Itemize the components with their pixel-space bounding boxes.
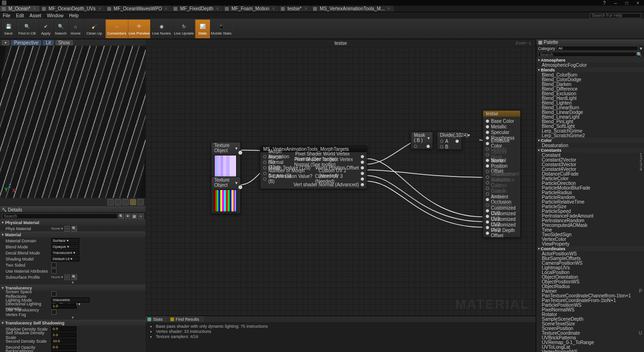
close-icon[interactable]: ×: [634, 0, 642, 5]
property-value[interactable]: None ▾: [51, 226, 63, 231]
tab-stats[interactable]: Stats: [146, 316, 168, 322]
palette-item[interactable]: UVToLongLat: [536, 345, 644, 349]
palette-item[interactable]: Constant4Vector4: [536, 167, 644, 171]
palette-item[interactable]: ObjectOrientation: [536, 275, 644, 279]
details-panel-header[interactable]: 🔧Details: [0, 206, 146, 213]
category-dropdown[interactable]: All: [557, 46, 638, 51]
extra-icon[interactable]: ←: [64, 275, 70, 280]
palette-item[interactable]: Blend_Darken: [536, 82, 644, 86]
palette-item[interactable]: VertexColor: [536, 237, 644, 241]
palette-item[interactable]: ParticleRelativeTime: [536, 199, 644, 204]
palette-item[interactable]: UVRemap_0-1_ToRange: [536, 340, 644, 345]
palette-item[interactable]: Blend_Exclusion: [536, 91, 644, 96]
menu-asset[interactable]: Asset: [29, 13, 41, 18]
palette-item[interactable]: Blend_Lighten: [536, 100, 644, 105]
palette-item[interactable]: Blend_Difference: [536, 86, 644, 91]
palette-item[interactable]: AtmosphericFogColor: [536, 63, 644, 67]
palette-item[interactable]: LightmapUVs: [536, 265, 644, 270]
maximize-icon[interactable]: □: [623, 0, 631, 5]
palette-category[interactable]: ▾Color: [536, 138, 644, 143]
save-button[interactable]: 💾Save: [1, 20, 16, 38]
document-tab[interactable]: testse*×: [279, 6, 311, 12]
palette-item[interactable]: Desaturation: [536, 143, 644, 148]
palette-item[interactable]: Blend_SoftLight: [536, 124, 644, 128]
palette-item[interactable]: ParticleSize: [536, 204, 644, 209]
palette-item[interactable]: Constant3Vector3: [536, 162, 644, 167]
extra-icon[interactable]: 🔍: [71, 226, 77, 232]
palette-item[interactable]: ViewProperty: [536, 241, 644, 246]
property-spinner[interactable]: 0.0: [51, 345, 77, 350]
close-icon[interactable]: ×: [33, 6, 36, 11]
lit-button[interactable]: Lit: [43, 40, 54, 45]
preview-mesh-button[interactable]: [137, 199, 144, 205]
palette-item[interactable]: PrecomputedAOMask: [536, 223, 644, 227]
property-checkbox[interactable]: [51, 262, 56, 268]
preview-cube-button[interactable]: [130, 199, 136, 205]
palette-item[interactable]: Blend_HardLight: [536, 96, 644, 100]
property-spinner[interactable]: 1.0: [51, 303, 77, 309]
close-icon[interactable]: ×: [216, 6, 219, 11]
help-search-input[interactable]: [590, 13, 641, 18]
menu-help[interactable]: Help: [69, 13, 79, 18]
palette-item[interactable]: PannerP: [536, 289, 644, 293]
preview-plane-button[interactable]: [122, 199, 129, 205]
connectors-button[interactable]: ↔Connectors: [105, 20, 128, 38]
stats-button[interactable]: 📊Stats: [195, 20, 210, 38]
property-checkbox[interactable]: [51, 268, 56, 274]
palette-item[interactable]: ObjectRadius: [536, 284, 644, 289]
palette-search-input[interactable]: [538, 52, 637, 57]
palette-item[interactable]: SampleSceneDepth: [536, 317, 644, 321]
palette-item[interactable]: BlurSampleOffsets: [536, 256, 644, 260]
material-preview-viewport[interactable]: Z X Y: [0, 46, 146, 198]
chevron-down-icon[interactable]: ▾: [640, 46, 642, 51]
palette-item[interactable]: Blend_LinearLight: [536, 114, 644, 119]
palette-item[interactable]: Blend_LinearBurn: [536, 105, 644, 110]
node-morphtargets-function[interactable]: MS_VertexAnimationTools_MorphTargets Mor…: [260, 146, 367, 189]
menu-window[interactable]: Window: [47, 13, 63, 18]
live-nodes-button[interactable]: ◉Live Nodes: [150, 20, 173, 38]
category-physical-material[interactable]: ▾Physical Material: [0, 219, 146, 225]
palette-item[interactable]: TwoSidedSign: [536, 232, 644, 237]
palette-item[interactable]: VertexNormalWS: [536, 349, 644, 352]
matrix-icon[interactable]: ▦: [132, 213, 137, 219]
palette-item[interactable]: UVBrickPatterns: [536, 335, 644, 340]
palette-item[interactable]: Blend_PinLight: [536, 119, 644, 124]
palette-item[interactable]: Lerp_ScratchGrime: [536, 128, 644, 133]
palette-item[interactable]: PixelNormalWS: [536, 307, 644, 312]
palette-item[interactable]: Rotator: [536, 312, 644, 317]
home-button[interactable]: ⌂Home: [68, 20, 83, 38]
palette-item[interactable]: SceneTexelSize: [536, 321, 644, 326]
palette-item[interactable]: Blend_LinearDodge: [536, 110, 644, 114]
palette-item[interactable]: PerInstanceFadeAmount: [536, 213, 644, 218]
property-spinner[interactable]: 2.0: [51, 332, 77, 338]
minimize-icon[interactable]: –: [611, 0, 620, 5]
clean-up-button[interactable]: 🧹Clean Up: [83, 20, 105, 38]
property-spinner[interactable]: 10.0: [51, 338, 77, 344]
property-dropdown[interactable]: Opaque ▾: [51, 244, 79, 249]
property-checkbox[interactable]: [51, 310, 56, 315]
search-icon[interactable]: 🔍: [119, 213, 124, 219]
palette-item[interactable]: CameraPositionWS: [536, 260, 644, 265]
palette-item[interactable]: ScreenPosition: [536, 326, 644, 331]
palette-item[interactable]: ParticleMotionBlurFade: [536, 185, 644, 190]
node-mask[interactable]: Mask ( B )▾: [411, 132, 433, 149]
extra-icon[interactable]: 🔍: [71, 275, 77, 280]
palette-category[interactable]: ▾Coordinates: [536, 246, 644, 251]
palette-item[interactable]: Constant1: [536, 153, 644, 157]
palette-item[interactable]: ParticleRadius: [536, 190, 644, 195]
property-dropdown[interactable]: Translucent ▾: [51, 250, 79, 255]
close-icon[interactable]: ×: [165, 6, 168, 11]
category-material[interactable]: ▾Material: [0, 232, 146, 238]
property-dropdown[interactable]: Surface ▾: [51, 238, 79, 243]
palette-item[interactable]: ObjectPositionWS: [536, 279, 644, 284]
palette-item[interactable]: Time: [536, 227, 644, 232]
document-tab[interactable]: MF_OceanDepth_UVs×: [40, 6, 105, 12]
live-update-button[interactable]: ↻Live Update: [173, 20, 195, 38]
palette-item[interactable]: ParticleColor: [536, 176, 644, 181]
property-spinner[interactable]: 0.5: [51, 326, 77, 331]
menu-edit[interactable]: Edit: [16, 13, 24, 18]
search-button[interactable]: 🔍Search: [53, 20, 68, 38]
palette-item[interactable]: DistanceCullFade: [536, 171, 644, 176]
extra-icon[interactable]: ←: [64, 226, 70, 232]
live-preview-button[interactable]: 👁Live Preview: [128, 20, 150, 38]
